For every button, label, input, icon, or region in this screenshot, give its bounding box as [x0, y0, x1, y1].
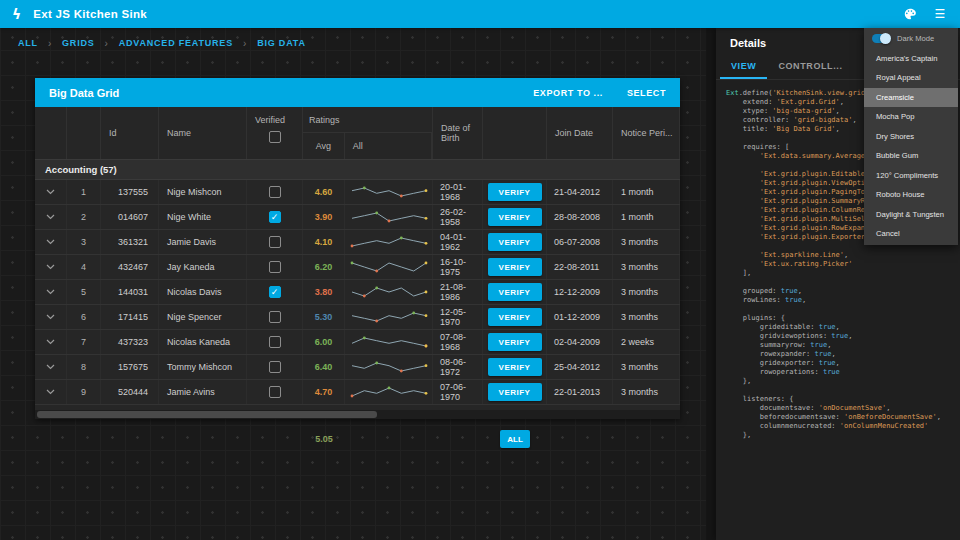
breadcrumb-separator: › — [48, 38, 52, 49]
menu-item-dark-mode[interactable]: Dark Mode — [864, 29, 958, 49]
row-expander-icon[interactable] — [35, 305, 67, 329]
cell-id: 137555 — [101, 180, 159, 204]
table-row[interactable]: 2 014607 Nige White ✓ 3.90 26-02-1958 VE… — [35, 205, 680, 230]
cell-name: Nicolas Davis — [159, 280, 247, 304]
summary-spacer — [101, 426, 159, 452]
col-verify-action[interactable] — [483, 107, 547, 159]
col-id[interactable]: Id — [101, 107, 159, 159]
row-expander-icon[interactable] — [35, 330, 67, 354]
col-notice-period[interactable]: Notice Peri... — [613, 107, 680, 159]
table-row[interactable]: 3 361321 Jamie Davis 4.10 04-01-1962 VER… — [35, 230, 680, 255]
tab-controll[interactable]: CONTROLL... — [767, 54, 853, 79]
verify-button[interactable]: VERIFY — [488, 358, 542, 376]
menu-item[interactable]: Daylight & Tungsten — [864, 205, 958, 225]
col-verified[interactable]: Verified — [247, 107, 303, 159]
menu-item[interactable]: Creamsicle — [864, 88, 958, 108]
col-join-date[interactable]: Join Date — [547, 107, 613, 159]
cell-avg-rating: 3.90 — [303, 205, 345, 229]
select-button[interactable]: SELECT — [627, 88, 666, 98]
cell-name: Nige White — [159, 205, 247, 229]
breadcrumb-item[interactable]: BIG DATA — [257, 38, 306, 48]
cell-name: Nige Mishcon — [159, 180, 247, 204]
row-expander-icon[interactable] — [35, 180, 67, 204]
menu-item[interactable]: Dry Shores — [864, 127, 958, 147]
col-expander — [35, 107, 67, 159]
cell-date-of-birth: 04-01-1962 — [433, 230, 483, 254]
summary-spacer — [613, 426, 680, 452]
col-avg[interactable]: Avg — [303, 133, 345, 159]
row-expander-icon[interactable] — [35, 355, 67, 379]
verified-checkbox[interactable] — [269, 186, 281, 198]
verified-checkbox[interactable] — [269, 336, 281, 348]
table-row[interactable]: 7 437323 Nicolas Kaneda 6.00 07-08-1968 … — [35, 330, 680, 355]
col-date-of-birth[interactable]: Date of Birth — [433, 107, 483, 159]
hamburger-menu-icon[interactable]: ☰ — [932, 6, 948, 22]
menu-item[interactable]: Mocha Pop — [864, 107, 958, 127]
cell-join-date: 25-04-2012 — [547, 355, 613, 379]
table-row[interactable]: 4 432467 Jay Kaneda 6.20 16-10-1975 VERI… — [35, 255, 680, 280]
row-expander-icon[interactable] — [35, 230, 67, 254]
verify-button[interactable]: VERIFY — [488, 308, 542, 326]
table-row[interactable]: 6 171415 Nige Spencer 5.30 12-05-1970 VE… — [35, 305, 680, 330]
cell-notice-period: 1 month — [613, 180, 680, 204]
select-all-checkbox[interactable] — [269, 131, 281, 143]
verify-button[interactable]: VERIFY — [488, 333, 542, 351]
verified-checkbox[interactable]: ✓ — [269, 211, 281, 223]
summary-row: 5.05 ALL — [35, 426, 680, 452]
code-line: rowoperations: true — [726, 368, 960, 377]
menu-item[interactable]: America's Captain — [864, 49, 958, 69]
verify-button[interactable]: VERIFY — [488, 383, 542, 401]
horizontal-scrollbar[interactable] — [35, 410, 680, 419]
col-group-ratings[interactable]: Ratings Avg All — [303, 107, 433, 159]
menu-item[interactable]: Royal Appeal — [864, 68, 958, 88]
verify-all-button[interactable]: ALL — [500, 430, 530, 448]
menu-item[interactable]: Bubble Gum — [864, 146, 958, 166]
summary-spacer — [35, 426, 67, 452]
verified-checkbox[interactable]: ✓ — [269, 286, 281, 298]
table-row[interactable]: 5 144031 Nicolas Davis ✓ 3.80 21-08-1986… — [35, 280, 680, 305]
cell-id: 520444 — [101, 380, 159, 404]
cell-join-date: 22-08-2011 — [547, 255, 613, 279]
verified-checkbox[interactable] — [269, 386, 281, 398]
cell-notice-period: 3 months — [613, 280, 680, 304]
breadcrumb-item[interactable]: ALL — [18, 38, 38, 48]
verify-button[interactable]: VERIFY — [488, 208, 542, 226]
row-expander-icon[interactable] — [35, 255, 67, 279]
row-expander-icon[interactable] — [35, 280, 67, 304]
row-expander-icon[interactable] — [35, 380, 67, 404]
table-row[interactable]: 1 137555 Nige Mishcon 4.60 20-01-1968 VE… — [35, 180, 680, 205]
vertical-scrollbar[interactable] — [706, 28, 716, 540]
cell-notice-period: 3 months — [613, 355, 680, 379]
verified-checkbox[interactable] — [269, 261, 281, 273]
theme-palette-icon[interactable] — [902, 6, 918, 22]
table-row[interactable]: 8 157675 Tommy Mishcon 6.40 08-06-1972 V… — [35, 355, 680, 380]
col-ratings-label: Ratings — [303, 107, 432, 133]
group-header-accounting[interactable]: Accounting (57) — [35, 160, 680, 180]
code-line: beforedocumentsave: 'onBeforeDocumentSav… — [726, 413, 960, 422]
verified-checkbox[interactable] — [269, 236, 281, 248]
cell-sparkline — [345, 255, 433, 279]
row-expander-icon[interactable] — [35, 205, 67, 229]
tab-view[interactable]: VIEW — [720, 54, 767, 79]
menu-item[interactable]: Cancel — [864, 224, 958, 244]
cell-id: 144031 — [101, 280, 159, 304]
breadcrumb-item[interactable]: ADVANCED FEATURES — [119, 38, 233, 48]
dark-mode-toggle[interactable] — [872, 34, 890, 43]
menu-item[interactable]: 120° Compliments — [864, 166, 958, 186]
sparkline-chart — [350, 286, 428, 298]
verify-button[interactable]: VERIFY — [488, 283, 542, 301]
scrollbar-thumb[interactable] — [37, 411, 377, 418]
col-name[interactable]: Name — [159, 107, 247, 159]
col-all[interactable]: All — [345, 133, 432, 159]
cell-id: 437323 — [101, 330, 159, 354]
verify-button[interactable]: VERIFY — [488, 183, 542, 201]
menu-item[interactable]: Roboto House — [864, 185, 958, 205]
verify-button[interactable]: VERIFY — [488, 258, 542, 276]
table-row[interactable]: 9 520444 Jamie Avins 4.70 07-06-1970 VER… — [35, 380, 680, 405]
breadcrumb-item[interactable]: GRIDS — [62, 38, 95, 48]
verify-button[interactable]: VERIFY — [488, 233, 542, 251]
verified-checkbox[interactable] — [269, 311, 281, 323]
cell-notice-period: 1 month — [613, 205, 680, 229]
export-to-button[interactable]: EXPORT TO ... — [533, 88, 603, 98]
verified-checkbox[interactable] — [269, 361, 281, 373]
